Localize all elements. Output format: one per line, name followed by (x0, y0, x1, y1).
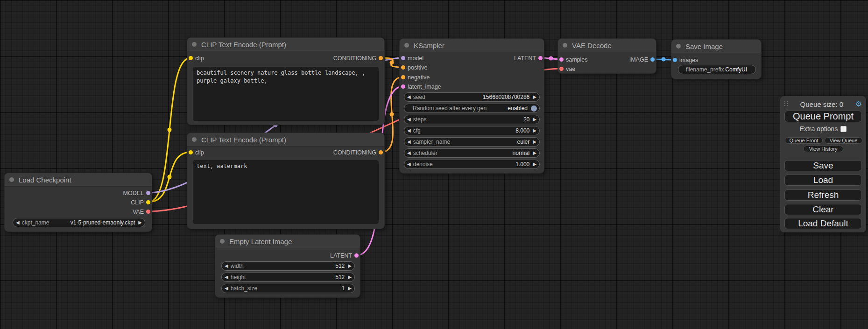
extra-options-checkbox[interactable] (840, 126, 847, 132)
stepper-right-icon[interactable]: ▶ (138, 220, 142, 225)
stepper-left-icon[interactable]: ◀ (16, 220, 20, 225)
input-label: clip (195, 55, 204, 62)
collapse-dot-icon[interactable] (192, 137, 197, 142)
width-widget[interactable]: ◀ width 512 ▶ (221, 261, 355, 271)
filename-prefix-widget[interactable]: filename_prefix ComfyUI (678, 65, 756, 74)
conditioning-output-slot[interactable] (379, 150, 383, 154)
load-button[interactable]: Load (784, 175, 862, 186)
stepper-right-icon[interactable]: ▶ (348, 264, 352, 268)
stepper-left-icon[interactable]: ◀ (407, 95, 411, 99)
vae-input-slot[interactable] (559, 67, 564, 71)
stepper-left-icon[interactable]: ◀ (407, 128, 411, 133)
collapse-dot-icon[interactable] (220, 239, 225, 244)
latent-output-slot[interactable] (538, 56, 543, 60)
view-history-button[interactable]: View History (803, 146, 843, 152)
stepper-left-icon[interactable]: ◀ (407, 117, 411, 122)
random-seed-toggle[interactable]: Random seed after every gen enabled (404, 104, 540, 113)
stepper-right-icon[interactable]: ▶ (533, 117, 536, 122)
queue-front-button[interactable]: Queue Front (785, 137, 823, 144)
model-input-slot[interactable] (401, 56, 405, 60)
stepper-right-icon[interactable]: ▶ (533, 128, 536, 133)
node-clip-text-encode-positive[interactable]: CLIP Text Encode (Prompt) clip CONDITION… (187, 37, 385, 125)
denoise-widget[interactable]: ◀ denoise 1.000 ▶ (404, 160, 540, 169)
view-queue-button[interactable]: View Queue (825, 137, 862, 144)
latent-image-input-slot[interactable] (401, 84, 405, 89)
conditioning-output-slot[interactable] (379, 56, 383, 60)
positive-input-slot[interactable] (401, 65, 405, 70)
steps-widget[interactable]: ◀ steps 20 ▶ (404, 115, 540, 124)
seed-widget[interactable]: ◀ seed 156680208700286 ▶ (404, 92, 540, 102)
link-midpoint-dot[interactable] (390, 112, 394, 117)
refresh-button[interactable]: Refresh (784, 189, 862, 201)
node-title-bar[interactable]: CLIP Text Encode (Prompt) (187, 38, 384, 51)
node-title-bar[interactable]: Empty Latent Image (215, 235, 360, 248)
stepper-left-icon[interactable]: ◀ (225, 264, 228, 268)
clear-button[interactable]: Clear (784, 204, 862, 215)
save-button[interactable]: Save (784, 160, 862, 171)
scheduler-widget[interactable]: ◀ scheduler normal ▶ (404, 148, 540, 158)
stepper-left-icon[interactable]: ◀ (407, 140, 411, 144)
node-title-bar[interactable]: Save Image (671, 40, 761, 53)
node-save-image[interactable]: Save Image images filename_prefix ComfyU… (671, 39, 762, 79)
cfg-widget[interactable]: ◀ cfg 8.000 ▶ (404, 126, 540, 135)
link-midpoint-dot[interactable] (168, 128, 172, 132)
collapse-dot-icon[interactable] (404, 43, 409, 48)
node-vae-decode[interactable]: VAE Decode samples vae IMAGE (557, 38, 656, 74)
node-title-bar[interactable]: Load Checkpoint (5, 173, 152, 187)
stepper-right-icon[interactable]: ▶ (348, 275, 352, 280)
toggle-knob-icon[interactable] (531, 105, 537, 112)
widget-value: normal (513, 150, 530, 156)
widget-label: batch_size (231, 285, 257, 292)
prompt-textarea[interactable]: beautiful scenery nature glass bottle la… (193, 67, 379, 121)
gear-icon[interactable]: ⚙ (855, 100, 862, 108)
stepper-right-icon[interactable]: ▶ (533, 162, 536, 167)
samples-input-slot[interactable] (559, 57, 564, 62)
widget-label: height (231, 274, 246, 280)
stepper-right-icon[interactable]: ▶ (348, 286, 352, 291)
link-midpoint-dot[interactable] (549, 56, 553, 61)
height-widget[interactable]: ◀ height 512 ▶ (221, 273, 355, 282)
collapse-dot-icon[interactable] (676, 44, 681, 49)
clip-input-slot[interactable] (189, 150, 193, 154)
vae-output-slot[interactable] (146, 210, 150, 214)
stepper-left-icon[interactable]: ◀ (225, 275, 228, 280)
queue-panel[interactable]: Queue size: 0 ⚙ Queue Prompt Extra optio… (780, 96, 866, 232)
node-load-checkpoint[interactable]: Load Checkpoint MODEL CLIP VAE ◀ ckpt_na… (4, 173, 152, 232)
output-label: LATENT (514, 55, 536, 62)
node-title-bar[interactable]: KSampler (400, 39, 544, 52)
load-default-button[interactable]: Load Default (784, 218, 862, 229)
batch-size-widget[interactable]: ◀ batch_size 1 ▶ (221, 284, 355, 293)
node-graph-canvas[interactable]: Load Checkpoint MODEL CLIP VAE ◀ ckpt_na… (0, 0, 868, 329)
node-empty-latent-image[interactable]: Empty Latent Image LATENT ◀ width 512 ▶ … (215, 234, 360, 298)
node-title-bar[interactable]: VAE Decode (558, 39, 656, 52)
stepper-left-icon[interactable]: ◀ (407, 151, 411, 155)
stepper-left-icon[interactable]: ◀ (407, 162, 411, 167)
stepper-right-icon[interactable]: ▶ (533, 95, 536, 99)
stepper-right-icon[interactable]: ▶ (533, 151, 536, 155)
node-ksampler[interactable]: KSampler model positive negative latent_… (399, 38, 544, 174)
clip-input-slot[interactable] (189, 56, 193, 60)
sampler-name-widget[interactable]: ◀ sampler_name euler ▶ (404, 137, 540, 147)
image-output-slot[interactable] (650, 57, 655, 62)
queue-size-label: Queue size: 0 (788, 100, 855, 108)
widget-value: euler (517, 139, 530, 145)
link-midpoint-dot[interactable] (662, 57, 666, 62)
prompt-textarea[interactable]: text, watermark (193, 160, 379, 224)
ckpt-name-widget[interactable]: ◀ ckpt_name v1-5-pruned-emaonly.ckpt ▶ (13, 218, 145, 227)
negative-input-slot[interactable] (401, 75, 405, 79)
collapse-dot-icon[interactable] (192, 42, 197, 47)
latent-output-slot[interactable] (354, 253, 359, 258)
drag-handle-icon[interactable] (784, 101, 788, 107)
link-midpoint-dot[interactable] (390, 61, 394, 65)
stepper-left-icon[interactable]: ◀ (225, 286, 228, 291)
queue-prompt-button[interactable]: Queue Prompt (784, 111, 862, 122)
collapse-dot-icon[interactable] (563, 43, 567, 48)
clip-output-slot[interactable] (146, 200, 150, 204)
images-input-slot[interactable] (673, 58, 677, 62)
node-clip-text-encode-negative[interactable]: CLIP Text Encode (Prompt) clip CONDITION… (187, 133, 385, 229)
link-midpoint-dot[interactable] (168, 175, 172, 179)
node-title-bar[interactable]: CLIP Text Encode (Prompt) (187, 133, 384, 147)
stepper-right-icon[interactable]: ▶ (533, 140, 536, 144)
collapse-dot-icon[interactable] (9, 177, 14, 182)
model-output-slot[interactable] (146, 191, 150, 195)
